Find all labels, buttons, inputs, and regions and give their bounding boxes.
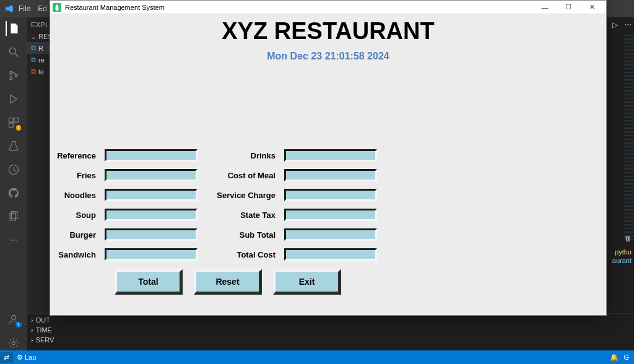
activity-run-icon[interactable] — [6, 92, 21, 106]
label-state-tax: State Tax — [204, 210, 278, 220]
terminal-peek: 🗑 pytho aurant — [607, 234, 632, 265]
label-fries: Fries — [55, 171, 98, 180]
activity-settings-icon[interactable] — [6, 336, 21, 350]
svg-rect-9 — [10, 213, 15, 220]
input-fries[interactable] — [105, 169, 198, 181]
menu-edit[interactable]: Ed — [38, 4, 47, 13]
editor-tab-actions: ▷ ⋯ — [612, 17, 632, 32]
activity-github-icon[interactable] — [6, 186, 21, 201]
menu-file[interactable]: File — [19, 4, 30, 13]
input-state-tax[interactable] — [284, 209, 377, 221]
status-right-text: G — [623, 353, 629, 361]
svg-point-12 — [12, 342, 15, 345]
input-sandwich[interactable] — [105, 248, 198, 261]
activity-extensions-icon[interactable]: ! — [6, 115, 21, 130]
activity-timeline-icon[interactable] — [6, 162, 21, 177]
remote-indicator-icon[interactable]: ⇄ — [0, 352, 13, 363]
activity-scm-icon[interactable] — [6, 68, 21, 83]
svg-rect-7 — [9, 123, 14, 128]
label-soup: Soup — [55, 210, 98, 220]
activity-explorer-icon[interactable] — [6, 21, 20, 36]
tkinter-titlebar: Restaurant Management System — ☐ ✕ — [50, 1, 606, 14]
svg-point-4 — [15, 74, 17, 77]
file-row-r[interactable]: ⧉R — [27, 42, 52, 54]
svg-point-3 — [10, 77, 12, 80]
activity-testing-icon[interactable] — [6, 139, 21, 154]
timeline-header[interactable]: ›TIME — [30, 325, 632, 335]
vscode-logo-icon — [5, 4, 14, 13]
svg-point-2 — [10, 71, 12, 74]
status-left-text: Lau — [25, 353, 36, 361]
input-burger[interactable] — [105, 228, 198, 241]
svg-point-0 — [9, 48, 15, 54]
trash-icon[interactable]: 🗑 — [625, 235, 632, 242]
svg-point-11 — [12, 315, 16, 319]
file-row-te[interactable]: ⧉te — [27, 66, 52, 77]
more-icon[interactable]: ⋯ — [624, 20, 632, 29]
svg-rect-6 — [14, 118, 19, 123]
input-service-charge[interactable] — [284, 189, 377, 201]
form-area: Reference Drinks Fries Cost of Meal Nood… — [50, 149, 606, 295]
input-soup[interactable] — [105, 209, 198, 221]
outline-panel: ›OUT ›TIME ›SERV — [27, 313, 634, 350]
label-total-cost: Total Cost — [204, 250, 278, 259]
svg-rect-5 — [9, 118, 14, 123]
reset-button[interactable]: Reset — [194, 269, 262, 295]
window-minimize-icon[interactable]: — — [533, 1, 557, 14]
label-reference: Reference — [55, 151, 98, 160]
input-drinks[interactable] — [284, 149, 377, 162]
status-bar: ⇄ ⚙ Lau 🔔 G — [0, 350, 634, 364]
folder-row[interactable]: ⌄REST — [27, 31, 52, 42]
svg-rect-10 — [12, 212, 17, 219]
status-notification-icon[interactable]: 🔔 — [610, 353, 619, 362]
outline-header[interactable]: ›OUT — [30, 315, 632, 325]
activity-search-icon[interactable] — [6, 45, 21, 59]
window-close-icon[interactable]: ✕ — [580, 1, 604, 14]
input-total-cost[interactable] — [284, 248, 377, 261]
tkinter-window: Restaurant Management System — ☐ ✕ XYZ R… — [50, 0, 607, 316]
total-button[interactable]: Total — [115, 269, 183, 295]
label-drinks: Drinks — [204, 151, 278, 160]
label-burger: Burger — [55, 230, 98, 240]
label-noodles: Noodles — [55, 191, 98, 200]
explorer-sidebar: EXPL ⌄REST ⧉R ⧉re ⧉te — [27, 17, 52, 350]
tkinter-window-title: Restaurant Management System — [65, 4, 165, 11]
input-cost-of-meal[interactable] — [284, 169, 377, 181]
window-maximize-icon[interactable]: ☐ — [557, 1, 580, 14]
minimap[interactable] — [624, 35, 634, 240]
activity-more-icon[interactable]: ⋯ — [6, 233, 21, 248]
run-dropdown-icon[interactable]: ▷ — [612, 20, 618, 29]
input-reference[interactable] — [105, 149, 198, 162]
activity-bar: ! ⋯ 1 — [0, 17, 27, 350]
activity-copy-icon[interactable] — [6, 209, 21, 224]
servers-header[interactable]: ›SERV — [30, 335, 632, 345]
exit-button[interactable]: Exit — [273, 269, 341, 295]
explorer-title: EXPL — [27, 17, 52, 31]
file-row-re[interactable]: ⧉re — [27, 54, 52, 66]
label-cost-of-meal: Cost of Meal — [204, 171, 278, 180]
activity-account-icon[interactable]: 1 — [6, 312, 21, 327]
svg-line-1 — [15, 54, 19, 57]
input-sub-total[interactable] — [284, 228, 377, 241]
datetime-label: Mon Dec 23 21:01:58 2024 — [50, 51, 606, 62]
label-sub-total: Sub Total — [204, 230, 278, 240]
status-connection-icon[interactable]: ⚙ — [17, 353, 23, 362]
restaurant-title: XYZ RESTAURANT — [50, 18, 606, 45]
input-noodles[interactable] — [105, 189, 198, 201]
label-sandwich: Sandwich — [55, 250, 98, 259]
tk-app-icon — [53, 3, 61, 12]
label-service-charge: Service Charge — [204, 191, 278, 200]
